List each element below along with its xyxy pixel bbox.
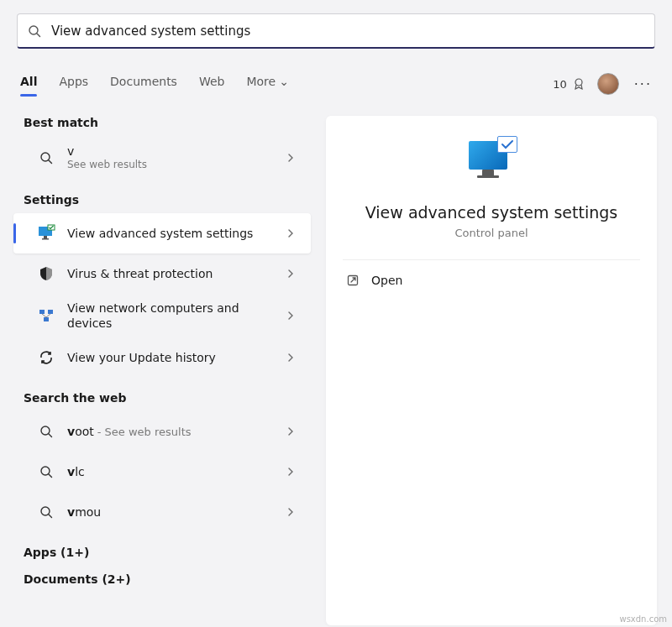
user-avatar[interactable] <box>597 73 619 95</box>
svg-point-0 <box>29 26 38 34</box>
result-title: Virus & threat protection <box>67 266 286 281</box>
rewards-badge[interactable]: 10 <box>553 77 585 91</box>
result-setting-update-history[interactable]: View your Update history <box>13 337 311 378</box>
preview-title: View advanced system settings <box>365 203 618 222</box>
svg-line-4 <box>49 160 52 164</box>
result-title: View advanced system settings <box>67 226 286 241</box>
result-title: vlc <box>67 464 286 479</box>
svg-point-2 <box>575 79 582 86</box>
open-external-icon <box>346 274 360 287</box>
svg-rect-10 <box>48 310 53 314</box>
svg-line-13 <box>46 314 50 317</box>
result-title: View network computers and devices <box>67 300 286 331</box>
tab-all[interactable]: All <box>20 75 37 93</box>
section-apps-group[interactable]: Apps (1+) <box>24 546 319 559</box>
shield-icon <box>37 264 55 283</box>
chevron-right-icon <box>286 353 296 363</box>
network-icon <box>37 306 55 325</box>
result-web-vlc[interactable]: vlc <box>13 452 311 492</box>
content-area: Best match v See web results Settings Vi… <box>0 116 672 625</box>
preview-subtitle: Control panel <box>454 227 528 239</box>
section-documents-group[interactable]: Documents (2+) <box>24 572 319 586</box>
watermark: wsxdn.com <box>619 614 667 624</box>
chevron-right-icon <box>286 269 296 279</box>
result-title: View your Update history <box>67 350 286 365</box>
tab-documents[interactable]: Documents <box>110 75 177 93</box>
monitor-icon <box>37 224 55 243</box>
section-search-web: Search the web <box>24 391 319 405</box>
result-best-match[interactable]: v See web results <box>13 136 311 180</box>
svg-rect-6 <box>44 236 47 238</box>
svg-point-18 <box>41 507 50 515</box>
section-best-match: Best match <box>24 116 319 129</box>
result-web-voot[interactable]: voot- See web results <box>13 411 311 452</box>
result-setting-advanced-system[interactable]: View advanced system settings <box>13 213 311 253</box>
action-open[interactable]: Open <box>343 260 640 300</box>
result-web-vmou[interactable]: vmou <box>13 492 311 532</box>
svg-line-1 <box>37 34 40 37</box>
refresh-icon <box>37 348 55 367</box>
search-icon <box>28 24 41 38</box>
svg-rect-9 <box>39 310 45 314</box>
chevron-right-icon <box>286 153 296 163</box>
result-title: vmou <box>67 504 286 520</box>
result-title: voot- See web results <box>67 424 286 440</box>
chevron-down-icon: ⌄ <box>279 75 289 88</box>
tab-web[interactable]: Web <box>199 75 225 93</box>
svg-point-16 <box>41 467 50 475</box>
svg-rect-7 <box>42 238 49 240</box>
result-setting-network-computers[interactable]: View network computers and devices <box>13 294 311 337</box>
result-subtitle: See web results <box>67 159 286 172</box>
svg-line-19 <box>49 515 52 518</box>
preview-header: View advanced system settings Control pa… <box>343 138 640 260</box>
svg-line-17 <box>49 474 52 478</box>
results-column: Best match v See web results Settings Vi… <box>0 116 319 625</box>
search-icon <box>37 422 55 441</box>
tab-apps[interactable]: Apps <box>59 75 88 93</box>
tabs-row: All Apps Documents Web More⌄ 10 ··· <box>20 67 655 101</box>
search-icon <box>37 503 55 521</box>
section-settings: Settings <box>24 193 319 206</box>
svg-point-3 <box>41 153 50 161</box>
rewards-count: 10 <box>553 78 567 91</box>
tab-more-label: More <box>246 75 276 88</box>
svg-point-14 <box>41 426 50 435</box>
svg-line-12 <box>42 314 46 317</box>
result-setting-virus-protection[interactable]: Virus & threat protection <box>13 253 311 294</box>
medal-icon <box>572 77 585 91</box>
svg-line-15 <box>49 434 52 437</box>
chevron-right-icon <box>286 507 296 517</box>
chevron-right-icon <box>286 467 296 477</box>
filter-tabs: All Apps Documents Web More⌄ <box>20 75 289 93</box>
preview-pane: View advanced system settings Control pa… <box>326 116 657 625</box>
result-title: v <box>67 144 286 159</box>
header-tools: 10 ··· <box>553 73 655 96</box>
tab-more[interactable]: More⌄ <box>246 75 288 93</box>
more-options-button[interactable]: ··· <box>631 73 655 96</box>
search-input[interactable] <box>50 23 644 39</box>
chevron-right-icon <box>286 426 296 436</box>
search-icon <box>37 149 55 167</box>
chevron-right-icon <box>286 311 296 321</box>
monitor-check-icon <box>467 138 516 186</box>
search-bar[interactable] <box>17 13 655 49</box>
chevron-right-icon <box>286 228 296 238</box>
svg-rect-11 <box>44 317 49 321</box>
action-open-label: Open <box>371 274 402 287</box>
search-icon <box>37 462 55 481</box>
